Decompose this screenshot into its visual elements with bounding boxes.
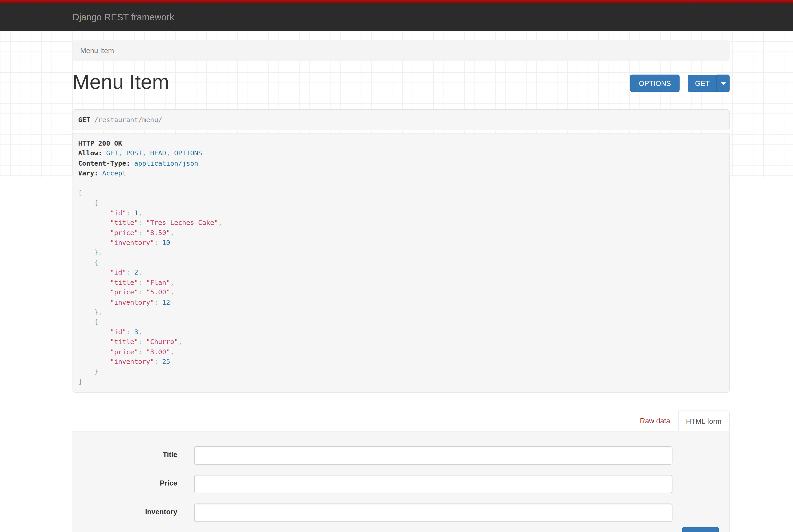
drf-browsable-api-page: Django REST framework Menu Item Menu Ite… xyxy=(0,0,793,532)
breadcrumb: Menu Item xyxy=(73,40,730,61)
get-button-group: GET xyxy=(688,75,730,92)
title-field[interactable] xyxy=(194,446,673,465)
price-label: Price xyxy=(73,475,177,487)
post-button[interactable]: POST xyxy=(682,527,719,532)
html-form-panel: Title Price Inventory POST xyxy=(73,431,730,532)
tab-raw-data[interactable]: Raw data xyxy=(632,411,678,432)
title-label: Title xyxy=(73,446,177,459)
inventory-field[interactable] xyxy=(194,504,673,522)
action-buttons: OPTIONS GET xyxy=(73,75,730,92)
inventory-label: Inventory xyxy=(73,504,177,516)
get-button[interactable]: GET xyxy=(688,75,717,92)
request-line: GET /restaurant/menu/ xyxy=(73,109,730,130)
request-path: /restaurant/menu/ xyxy=(94,116,162,124)
breadcrumb-current: Menu Item xyxy=(80,46,114,55)
response-panel: HTTP 200 OK Allow: GET, POST, HEAD, OPTI… xyxy=(73,133,730,393)
navbar-brand-link[interactable]: Django REST framework xyxy=(73,12,174,22)
request-method: GET xyxy=(78,116,90,124)
navbar: Django REST framework xyxy=(0,3,793,31)
price-field[interactable] xyxy=(194,475,673,493)
top-red-stripe xyxy=(0,0,793,3)
tab-html-form[interactable]: HTML form xyxy=(678,411,730,432)
options-button[interactable]: OPTIONS xyxy=(630,75,680,92)
chevron-down-icon xyxy=(721,82,726,84)
get-dropdown-caret[interactable] xyxy=(717,75,730,92)
response-body: HTTP 200 OK Allow: GET, POST, HEAD, OPTI… xyxy=(78,138,724,386)
format-tabs: Raw data HTML form xyxy=(73,411,730,432)
